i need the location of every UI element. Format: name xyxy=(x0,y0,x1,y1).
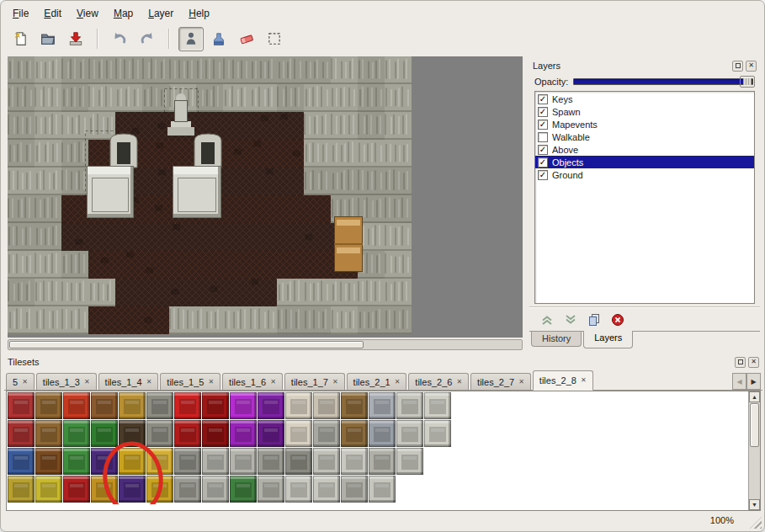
scroll-up-arrow[interactable]: ▲ xyxy=(749,391,760,402)
scrollbar-thumb[interactable] xyxy=(750,403,759,447)
slider-handle[interactable] xyxy=(740,76,755,88)
delete-icon xyxy=(611,313,624,327)
stamp-tool-button[interactable] xyxy=(206,27,231,51)
scroll-down-arrow[interactable]: ▼ xyxy=(749,499,760,510)
tab-close-icon[interactable]: ✕ xyxy=(581,377,587,384)
opacity-slider[interactable] xyxy=(573,76,755,88)
close-panel-button[interactable]: ✕ xyxy=(746,61,757,72)
menu-file[interactable]: File xyxy=(6,6,35,21)
close-panel-button[interactable]: ✕ xyxy=(748,357,759,368)
map-view[interactable] xyxy=(8,56,523,338)
tileset-view[interactable]: ▲ ▼ xyxy=(6,391,761,511)
selection-icon xyxy=(267,31,282,46)
toolbar-separator xyxy=(168,29,170,49)
tileset-tab-label: tiles_2_1 xyxy=(353,377,390,387)
scroll-tabs-left-button[interactable]: ◀ xyxy=(732,373,746,390)
panel-tab-history[interactable]: History xyxy=(531,332,582,347)
layer-row-above[interactable]: ✓Above xyxy=(535,143,754,156)
redo-button[interactable] xyxy=(135,27,160,51)
new-file-icon xyxy=(13,31,28,46)
layer-visibility-checkbox[interactable]: ✓ xyxy=(538,120,548,130)
tileset-tab-5[interactable]: 5✕ xyxy=(6,373,35,390)
zoom-level: 100% xyxy=(710,515,734,525)
tileset-tab-tiles_2_6[interactable]: tiles_2_6✕ xyxy=(408,373,469,390)
tab-close-icon[interactable]: ✕ xyxy=(208,379,214,386)
move-layer-down-button[interactable] xyxy=(563,312,578,327)
layer-name: Above xyxy=(552,145,578,155)
delete-layer-button[interactable] xyxy=(610,312,625,327)
tab-close-icon[interactable]: ✕ xyxy=(395,379,401,386)
layer-row-keys[interactable]: ✓Keys xyxy=(535,93,754,105)
layers-panel: Layers ✕ Opacity: ✓Keys✓Spawn✓MapeventsW… xyxy=(529,58,760,349)
tab-close-icon[interactable]: ✕ xyxy=(456,379,462,386)
tab-close-icon[interactable]: ✕ xyxy=(146,379,152,386)
scroll-tabs-right-button[interactable]: ▶ xyxy=(746,373,761,390)
tileset-tab-label: tiles_1_5 xyxy=(167,377,204,387)
slider-track xyxy=(573,78,753,85)
tileset-tab-label: tiles_1_4 xyxy=(105,377,142,387)
tilesets-panel-header: Tilesets ✕ xyxy=(4,354,762,370)
tileset-canvas[interactable] xyxy=(7,391,746,504)
layer-visibility-checkbox[interactable]: ✓ xyxy=(538,94,548,104)
tileset-tab-tiles_1_3[interactable]: tiles_1_3✕ xyxy=(36,373,97,390)
layer-row-objects[interactable]: ✓Objects xyxy=(535,156,754,168)
tab-scroll-arrows: ◀ ▶ xyxy=(732,373,761,390)
menu-help[interactable]: Help xyxy=(182,6,216,21)
open-button[interactable] xyxy=(35,27,61,51)
toolbar-separator xyxy=(97,29,98,49)
float-panel-button[interactable] xyxy=(735,357,746,368)
layer-name: Mapevents xyxy=(552,120,598,130)
status-bar: 100% xyxy=(4,511,762,529)
menu-map[interactable]: Map xyxy=(107,6,140,21)
layer-name: Keys xyxy=(552,94,572,104)
new-file-button[interactable] xyxy=(8,27,33,51)
menu-edit[interactable]: Edit xyxy=(37,6,68,21)
tileset-vertical-scrollbar[interactable]: ▲ ▼ xyxy=(748,391,760,510)
tilesets-panel: Tilesets ✕ 5✕tiles_1_3✕tiles_1_4✕tiles_1… xyxy=(4,354,762,529)
layer-row-ground[interactable]: ✓Ground xyxy=(535,168,754,181)
layer-visibility-checkbox[interactable] xyxy=(538,132,548,142)
layer-visibility-checkbox[interactable]: ✓ xyxy=(538,157,548,168)
tileset-tab-tiles_1_7[interactable]: tiles_1_7✕ xyxy=(284,373,345,390)
duplicate-layer-button[interactable] xyxy=(587,312,602,327)
select-tool-button[interactable] xyxy=(262,27,287,51)
tab-close-icon[interactable]: ✕ xyxy=(22,379,28,386)
tileset-tab-label: tiles_2_7 xyxy=(477,377,514,387)
layers-panel-header: Layers ✕ xyxy=(529,58,760,73)
eraser-icon xyxy=(239,31,254,46)
save-button[interactable] xyxy=(63,27,88,51)
map-canvas[interactable] xyxy=(8,56,523,338)
tileset-tabbar: 5✕tiles_1_3✕tiles_1_4✕tiles_1_5✕tiles_1_… xyxy=(4,370,762,391)
panel-tab-layers[interactable]: Layers xyxy=(583,331,633,348)
eraser-tool-button[interactable] xyxy=(234,27,259,51)
menu-view[interactable]: View xyxy=(70,6,105,21)
layer-row-spawn[interactable]: ✓Spawn xyxy=(535,105,754,118)
tab-close-icon[interactable]: ✕ xyxy=(84,379,90,386)
tileset-tab-tiles_1_4[interactable]: tiles_1_4✕ xyxy=(98,373,159,390)
layer-row-mapevents[interactable]: ✓Mapevents xyxy=(535,118,754,130)
chevron-up-icon xyxy=(540,313,554,327)
tileset-tab-tiles_1_5[interactable]: tiles_1_5✕ xyxy=(160,373,220,390)
tileset-tab-tiles_2_8[interactable]: tiles_2_8✕ xyxy=(533,370,593,391)
float-panel-button[interactable] xyxy=(732,61,743,72)
application-window: FileEditViewMapLayerHelp xyxy=(0,0,765,532)
tab-close-icon[interactable]: ✕ xyxy=(270,379,276,386)
layer-row-walkable[interactable]: Walkable xyxy=(535,130,754,143)
layer-visibility-checkbox[interactable]: ✓ xyxy=(538,107,548,117)
float-icon xyxy=(736,63,741,68)
layers-panel-title: Layers xyxy=(533,61,560,71)
map-horizontal-scrollbar[interactable] xyxy=(8,339,523,350)
tileset-tab-tiles_1_6[interactable]: tiles_1_6✕ xyxy=(222,373,283,390)
tab-close-icon[interactable]: ✕ xyxy=(332,379,338,386)
move-layer-up-button[interactable] xyxy=(539,312,555,327)
menu-layer[interactable]: Layer xyxy=(141,6,180,21)
layer-visibility-checkbox[interactable]: ✓ xyxy=(538,170,548,180)
player-tool-button[interactable] xyxy=(178,27,204,51)
tileset-tab-tiles_2_7[interactable]: tiles_2_7✕ xyxy=(470,373,531,390)
save-icon xyxy=(68,31,83,46)
scrollbar-thumb[interactable] xyxy=(9,341,364,348)
undo-button[interactable] xyxy=(107,27,132,51)
tileset-tab-tiles_2_1[interactable]: tiles_2_1✕ xyxy=(347,373,407,390)
tab-close-icon[interactable]: ✕ xyxy=(518,379,524,386)
layer-visibility-checkbox[interactable]: ✓ xyxy=(538,145,548,155)
